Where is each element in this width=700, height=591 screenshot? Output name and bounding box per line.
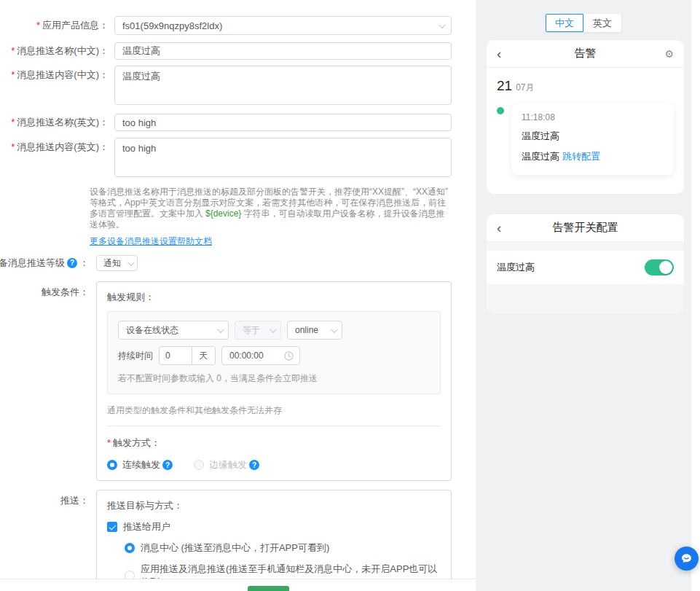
level-select[interactable]: 通知 — [96, 255, 138, 271]
help-icon[interactable]: ? — [67, 258, 77, 268]
form-row-content-cn: *消息推送内容(中文)： 温度过高 — [0, 66, 476, 107]
section-footer — [487, 284, 684, 313]
alarm-entry-card: 11:18:08 温度过高 温度过高跳转配置 — [511, 103, 674, 175]
required-mark: * — [36, 20, 40, 31]
required-mark: * — [11, 141, 15, 152]
trigger-rule-title: 触发规则： — [107, 291, 441, 304]
alarm-switch-card: ‹ 告警开关配置 温度过高 — [487, 214, 684, 313]
back-icon[interactable]: ‹ — [497, 47, 508, 60]
name-cn-label: *消息推送名称(中文)： — [0, 42, 114, 60]
alarm-entry-content: 温度过高跳转配置 — [522, 150, 664, 163]
trigger-mode-options: 连续触发 ? 边缘触发 ? — [107, 458, 441, 471]
trigger-mode-label: *触发方式： — [107, 437, 441, 450]
push-panel: 推送目标与方式： 推送给用户 消息中心 (推送至消息中心，打开APP可看到) 应… — [96, 490, 452, 591]
help-icon[interactable]: ? — [249, 460, 259, 470]
form-row-trigger: 触发条件： 触发规则： 设备在线状态 等于 — [0, 281, 476, 481]
duration-label: 持续时间 — [118, 350, 153, 362]
trigger-rule-box: 设备在线状态 等于 online — [107, 311, 441, 394]
trigger-panel: 触发规则： 设备在线状态 等于 on — [96, 281, 452, 481]
name-en-label: *消息推送名称(英文)： — [0, 114, 114, 131]
product-select[interactable]: fs01(59x9nqzpy8sf2ldx) — [114, 16, 452, 35]
content-cn-label: *消息推送内容(中文)： — [0, 66, 114, 85]
content-en-label: *消息推送内容(英文)： — [0, 138, 114, 157]
radio-checked-icon — [107, 460, 117, 470]
tab-english[interactable]: 英文 — [583, 14, 621, 32]
form-row-name-en: *消息推送名称(英文)： — [0, 114, 476, 131]
push-name-description: 设备消息推送名称用于消息推送的标题及部分面板的告警开关，推荐使用“XX提醒”、“… — [90, 187, 452, 230]
alarm-toggle-on[interactable] — [645, 259, 674, 275]
back-icon[interactable]: ‹ — [497, 221, 508, 235]
product-label: *应用产品信息： — [0, 16, 114, 35]
duration-row: 持续时间 天 00:00:00 — [118, 346, 430, 365]
content-en-textarea[interactable]: too high — [114, 138, 452, 177]
content-cn-textarea[interactable]: 温度过高 — [114, 66, 452, 105]
operator-select[interactable]: 等于 — [235, 321, 281, 340]
duration-input[interactable] — [159, 346, 192, 365]
value-select[interactable]: online — [287, 321, 342, 340]
chat-bubble-icon — [680, 552, 693, 565]
level-select-value: 通知 — [103, 257, 127, 270]
alarm-switch-header: ‹ 告警开关配置 — [487, 214, 684, 242]
alarm-date: 21 07月 — [497, 78, 674, 94]
form-row-push: 推送： 推送目标与方式： 推送给用户 消息中心 (推送至消息中心，打开APP可看… — [0, 490, 476, 591]
section-divider — [487, 242, 684, 251]
app-preview-panel: 中文 英文 ‹ 告警 ⚙ 21 07月 11:18:08 温度过高 — [476, 0, 691, 591]
value-select-value: online — [295, 325, 331, 335]
alarm-card-header: ‹ 告警 ⚙ — [487, 40, 684, 68]
clock-icon — [284, 351, 294, 361]
form-footer-bar — [0, 579, 476, 591]
toggle-knob — [659, 261, 672, 274]
help-icon[interactable]: ? — [162, 460, 173, 470]
help-doc-link[interactable]: 更多设备消息推送设置帮助文档 — [90, 236, 212, 247]
alarm-status-dot — [497, 107, 504, 114]
alarm-switch-row: 温度过高 — [487, 251, 684, 284]
level-label: *设备消息推送等级?： — [0, 255, 96, 271]
condition-select-value: 设备在线状态 — [126, 324, 217, 337]
gear-icon[interactable]: ⚙ — [662, 48, 674, 60]
form-row-content-en: *消息推送内容(英文)： too high — [0, 138, 476, 179]
device-placeholder-code: ${device} — [205, 208, 241, 219]
app-root: *应用产品信息： fs01(59x9nqzpy8sf2ldx) *消息推送名称(… — [0, 0, 700, 591]
save-button[interactable] — [248, 586, 289, 591]
chevron-down-icon — [270, 326, 277, 333]
name-en-input[interactable] — [114, 114, 452, 131]
required-mark: * — [11, 45, 15, 56]
checkbox-push-to-user[interactable]: 推送给用户 — [107, 520, 441, 533]
chevron-down-icon — [217, 326, 224, 333]
alarm-switch-label: 温度过高 — [497, 261, 535, 274]
divider — [107, 426, 441, 426]
trigger-label: 触发条件： — [0, 281, 96, 299]
tab-chinese[interactable]: 中文 — [546, 14, 583, 32]
form-row-name-cn: *消息推送名称(中文)： — [0, 42, 476, 60]
alarm-entry-time: 11:18:08 — [522, 112, 664, 122]
duration-time-picker[interactable]: 00:00:00 — [221, 346, 300, 365]
duration-time-value: 00:00:00 — [229, 351, 284, 361]
required-mark: * — [11, 117, 15, 128]
radio-edge-trigger[interactable]: 边缘触发 ? — [194, 458, 261, 471]
alarm-card: ‹ 告警 ⚙ 21 07月 11:18:08 温度过高 温度过高跳转配置 — [487, 40, 684, 194]
alarm-date-month: 07月 — [516, 82, 534, 94]
language-tabs: 中文 英文 — [476, 14, 691, 32]
support-chat-button[interactable] — [675, 547, 699, 571]
alarm-entry: 11:18:08 温度过高 温度过高跳转配置 — [497, 103, 674, 175]
alarm-date-day: 21 — [497, 78, 512, 94]
checkbox-checked-icon — [107, 522, 117, 532]
product-select-value: fs01(59x9nqzpy8sf2ldx) — [122, 20, 439, 31]
duration-unit: 天 — [192, 346, 216, 365]
form-row-product: *应用产品信息： fs01(59x9nqzpy8sf2ldx) — [0, 16, 476, 35]
form-row-level: *设备消息推送等级?： 通知 — [0, 255, 476, 271]
trigger-exclusive-note: 通用类型的触发条件和其他触发条件无法并存 — [107, 404, 441, 417]
alarm-switch-title: 告警开关配置 — [508, 221, 662, 235]
radio-unchecked-icon — [194, 460, 204, 470]
jump-config-link[interactable]: 跳转配置 — [562, 151, 600, 162]
required-mark: * — [107, 437, 111, 448]
duration-note: 若不配置时间参数或输入 0，当满足条件会立即推送 — [118, 372, 430, 385]
radio-continuous-trigger[interactable]: 连续触发 ? — [107, 458, 175, 471]
radio-message-center[interactable]: 消息中心 (推送至消息中心，打开APP可看到) — [125, 541, 441, 555]
radio-checked-icon — [125, 543, 135, 553]
chevron-down-icon — [331, 326, 338, 333]
name-cn-input[interactable] — [114, 42, 452, 60]
alarm-card-title: 告警 — [508, 47, 662, 60]
condition-select[interactable]: 设备在线状态 — [118, 321, 229, 340]
push-target-title: 推送目标与方式： — [107, 499, 441, 512]
